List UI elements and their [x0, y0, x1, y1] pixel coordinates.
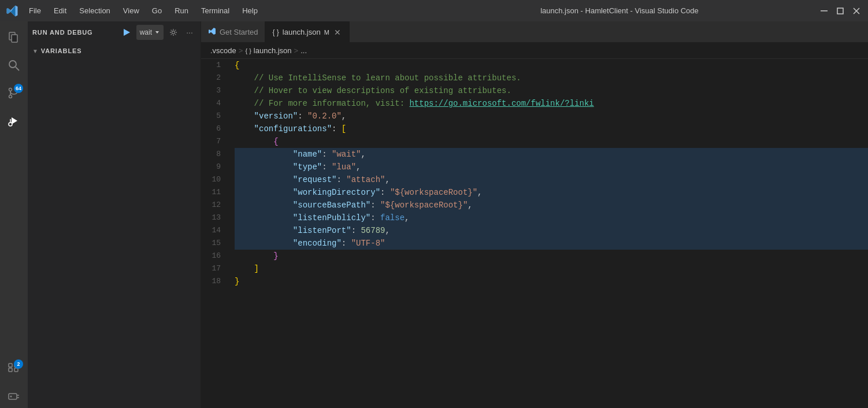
svg-rect-15 — [9, 368, 12, 372]
line-number: 12 — [210, 199, 221, 212]
svg-marker-24 — [155, 31, 159, 34]
main-layout: 64 2 — [0, 21, 868, 408]
code-line: "version": "0.2.0", — [235, 110, 868, 123]
breadcrumb: .vscode > { } launch.json > ... — [201, 43, 868, 59]
vscode-logo — [6, 5, 18, 17]
code-token: false — [380, 212, 405, 224]
code-token — [235, 148, 293, 161]
code-token — [235, 135, 273, 148]
line-number: 18 — [210, 275, 221, 288]
code-token: "version" — [254, 110, 298, 123]
activity-source-control[interactable]: 64 — [2, 81, 25, 105]
more-button[interactable]: ··· — [183, 26, 196, 39]
code-line: "sourceBasePath": "${workspaceRoot}", — [235, 199, 868, 212]
svg-point-10 — [9, 95, 12, 98]
breadcrumb-ellipsis[interactable]: ... — [301, 46, 307, 55]
line-number: 2 — [210, 72, 221, 84]
menu-terminal[interactable]: Terminal — [195, 4, 235, 17]
minimize-button[interactable] — [818, 5, 830, 17]
line-number: 4 — [210, 97, 221, 110]
window-title: launch.json - HamletClient - Visual Stud… — [421, 6, 818, 15]
tab-launch-json[interactable]: { } launch.json M ✕ — [265, 21, 349, 42]
svg-rect-19 — [9, 394, 17, 399]
code-token: , — [477, 186, 482, 199]
code-token — [235, 224, 293, 237]
code-line: "workingDirectory": "${workspaceRoot}", — [235, 186, 868, 199]
code-token: "request" — [293, 173, 337, 186]
activity-remote[interactable] — [2, 385, 25, 408]
menu-edit[interactable]: Edit — [48, 4, 72, 17]
code-line: // Use IntelliSense to learn about possi… — [235, 72, 868, 84]
menu-go[interactable]: Go — [146, 4, 168, 17]
sidebar: RUN AND DEBUG wait ··· ▼ VARIABLES — [28, 21, 201, 408]
line-number: 15 — [210, 237, 221, 250]
line-number: 16 — [210, 250, 221, 262]
breadcrumb-filename[interactable]: launch.json — [254, 46, 292, 55]
menu-file[interactable]: File — [23, 4, 47, 17]
menu-help[interactable]: Help — [236, 4, 264, 17]
code-token: , — [468, 199, 472, 212]
code-line: "request": "attach", — [235, 173, 868, 186]
tab-close-button[interactable]: ✕ — [333, 28, 342, 37]
code-token — [235, 262, 254, 275]
menu-run[interactable]: Run — [169, 4, 194, 17]
breadcrumb-sep-1: > — [239, 46, 243, 55]
code-line: "configurations": [ — [235, 123, 868, 135]
code-token — [235, 212, 293, 224]
code-token: "configurations" — [254, 123, 332, 135]
tab-get-started-label: Get Started — [220, 28, 258, 36]
code-token: "${workspaceRoot}" — [380, 199, 468, 212]
code-token: 56789 — [361, 224, 385, 237]
variables-chevron: ▼ — [32, 48, 39, 54]
svg-rect-0 — [821, 10, 828, 12]
code-token: : — [351, 224, 361, 237]
tab-bar: Get Started { } launch.json M ✕ — [201, 21, 868, 43]
code-token: // Use IntelliSense to learn about possi… — [235, 72, 521, 84]
code-editor[interactable]: 123456789101112131415161718{ // Use Inte… — [201, 59, 868, 408]
code-token: : — [332, 123, 342, 135]
code-token: "attach" — [346, 173, 385, 186]
code-token — [235, 161, 293, 173]
gear-button[interactable] — [167, 26, 180, 39]
close-button[interactable] — [851, 5, 862, 17]
code-token: "listenPublicly" — [293, 212, 370, 224]
code-token: "wait" — [332, 148, 361, 161]
code-token: "encoding" — [293, 237, 342, 250]
code-token: "${workspaceRoot}" — [390, 186, 477, 199]
activity-run-debug[interactable] — [2, 109, 25, 132]
code-line: "listenPort": 56789, — [235, 224, 868, 237]
code-token: [ — [342, 123, 346, 135]
line-number: 13 — [210, 212, 221, 224]
code-line: { — [235, 135, 868, 148]
code-token: : — [298, 110, 307, 123]
activity-extensions[interactable]: 2 — [2, 357, 25, 380]
line-number: 17 — [210, 262, 221, 275]
window-controls — [818, 5, 862, 17]
breadcrumb-vscode-folder[interactable]: .vscode — [210, 46, 236, 55]
code-token: : — [370, 212, 380, 224]
code-token: "UTF-8" — [351, 237, 385, 250]
code-token: : — [342, 237, 351, 250]
maximize-button[interactable] — [834, 5, 846, 17]
code-line: } — [235, 275, 868, 288]
menu-view[interactable]: View — [117, 4, 145, 17]
code-line: // Hover to view descriptions of existin… — [235, 84, 868, 97]
code-token — [235, 237, 293, 250]
variables-label: VARIABLES — [41, 47, 82, 54]
menu-selection[interactable]: Selection — [73, 4, 116, 17]
activity-explorer[interactable] — [2, 26, 25, 49]
svg-rect-1 — [837, 8, 843, 14]
svg-point-13 — [9, 123, 12, 126]
code-line: { — [235, 59, 868, 72]
play-button[interactable] — [120, 26, 133, 39]
run-config-dropdown[interactable]: wait — [136, 25, 164, 40]
activity-search[interactable] — [2, 54, 25, 77]
code-line: // For more information, visit: https://… — [235, 97, 868, 110]
svg-rect-17 — [9, 364, 12, 367]
line-number: 7 — [210, 135, 221, 148]
svg-point-6 — [9, 61, 16, 68]
breadcrumb-json-icon: { } — [245, 47, 251, 54]
code-line: "name": "wait", — [235, 148, 868, 161]
tab-get-started[interactable]: Get Started — [201, 21, 265, 42]
variables-header[interactable]: ▼ VARIABLES — [28, 45, 201, 57]
